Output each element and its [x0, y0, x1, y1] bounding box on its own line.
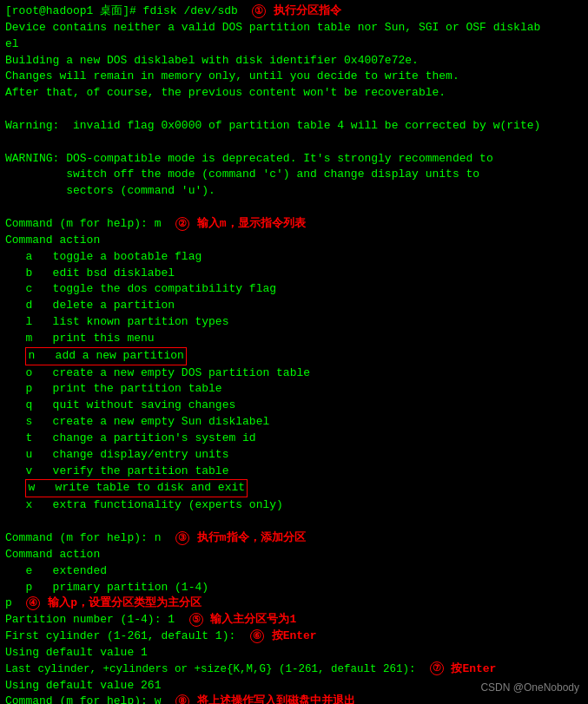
line-37: p ④ 输入p，设置分区类型为主分区: [5, 595, 583, 612]
line-36: p primary partition (1-4): [5, 580, 583, 596]
line-11: switch off the mode (command 'c') and ch…: [5, 167, 583, 183]
line-39-annotation: ⑥ 按Enter: [249, 628, 317, 645]
line-5: Changes will remain in memory only, unti…: [5, 69, 583, 85]
line-27: t change a partition's system id: [5, 431, 583, 447]
circle-2: ②: [175, 217, 189, 231]
line-10: WARNING: DOS-compatible mode is deprecat…: [5, 151, 583, 168]
line-12: sectors (command 'u').: [5, 183, 583, 200]
line-43-annotation: ⑧ 将上述操作写入到磁盘中并退出: [175, 694, 355, 704]
line-35: e extended: [5, 563, 583, 580]
circle-8: ⑧: [175, 694, 189, 704]
line-22-highlight: n add a new partition: [25, 347, 186, 365]
line-32: [5, 514, 583, 530]
line-8: Warning: invalid flag 0x0000 of partitio…: [5, 118, 583, 135]
line-41: Last cylinder, +cylinders or +size{K,M,G…: [5, 661, 583, 678]
line-14-annotation: ② 输入m，显示指令列表: [175, 216, 306, 233]
circle-3: ③: [175, 531, 189, 545]
line-18: c toggle the dos compatibility flag: [5, 281, 583, 298]
line-41-text: Last cylinder, +cylinders or +size{K,M,G…: [5, 661, 429, 677]
line-30: w write table to disk and exit: [5, 479, 583, 497]
line-4: Building a new DOS disklabel with disk i…: [5, 53, 583, 69]
line-17: b edit bsd disklabel: [5, 266, 583, 282]
line-38: Partition number (1-4): 1 ⑤ 输入主分区号为1: [5, 612, 583, 628]
line-41-annotation: ⑦ 按Enter: [429, 661, 497, 678]
line-26: s create a new empty Sun disklabel: [5, 414, 583, 431]
line-16: a toggle a bootable flag: [5, 249, 583, 266]
line-15: Command action: [5, 233, 583, 249]
line-31: x extra functionality (experts only): [5, 497, 583, 514]
line-13: [5, 200, 583, 216]
line-19: d delete a partition: [5, 298, 583, 314]
line-20: l list known partition types: [5, 314, 583, 331]
line-33-text: Command (m for help): n: [5, 530, 175, 547]
line-39: First cylinder (1-261, default 1): ⑥ 按En…: [5, 628, 583, 645]
line-3: el: [5, 36, 583, 53]
line-24: p print the partition table: [5, 381, 583, 398]
line-40: Using default value 1: [5, 645, 583, 661]
line-9: [5, 135, 583, 151]
circle-1: ①: [252, 4, 266, 18]
line-7: [5, 102, 583, 118]
line-14: Command (m for help): m ② 输入m，显示指令列表: [5, 216, 583, 233]
line-43: Command (m for help): w ⑧ 将上述操作写入到磁盘中并退出: [5, 694, 583, 704]
line-23: o create a new empty DOS partition table: [5, 365, 583, 382]
circle-7: ⑦: [430, 661, 444, 675]
circle-5: ⑤: [189, 613, 203, 627]
line-14-text: Command (m for help): m: [5, 216, 175, 233]
circle-6: ⑥: [250, 629, 264, 643]
line-37-annotation: ④ 输入p，设置分区类型为主分区: [25, 595, 202, 612]
line-28: u change display/entry units: [5, 447, 583, 464]
line-1-text: [root@hadoop1 桌面]# fdisk /dev/sdb: [5, 3, 251, 20]
line-1-annotation: ① 执行分区指令: [251, 3, 341, 20]
line-39-text: First cylinder (1-261, default 1):: [5, 628, 249, 645]
terminal-window: [root@hadoop1 桌面]# fdisk /dev/sdb ① 执行分区…: [0, 0, 588, 704]
line-38-text: Partition number (1-4): 1: [5, 612, 188, 628]
circle-4: ④: [26, 596, 40, 610]
line-34: Command action: [5, 547, 583, 563]
line-33: Command (m for help): n ③ 执行m指令，添加分区: [5, 530, 583, 547]
line-6: After that, of course, the previous cont…: [5, 85, 583, 102]
line-37-text: p: [5, 595, 25, 612]
line-22: n add a new partition: [5, 347, 583, 365]
line-33-annotation: ③ 执行m指令，添加分区: [175, 530, 306, 547]
line-25: q quit without saving changes: [5, 398, 583, 414]
line-2: Device contains neither a valid DOS part…: [5, 20, 583, 36]
line-1: [root@hadoop1 桌面]# fdisk /dev/sdb ① 执行分区…: [5, 3, 583, 20]
line-21: m print this menu: [5, 331, 583, 347]
watermark: CSDN @OneNobody: [480, 681, 579, 694]
line-43-text: Command (m for help): w: [5, 694, 175, 704]
line-38-annotation: ⑤ 输入主分区号为1: [188, 612, 297, 628]
line-29: v verify the partition table: [5, 464, 583, 480]
line-30-highlight: w write table to disk and exit: [25, 479, 248, 497]
